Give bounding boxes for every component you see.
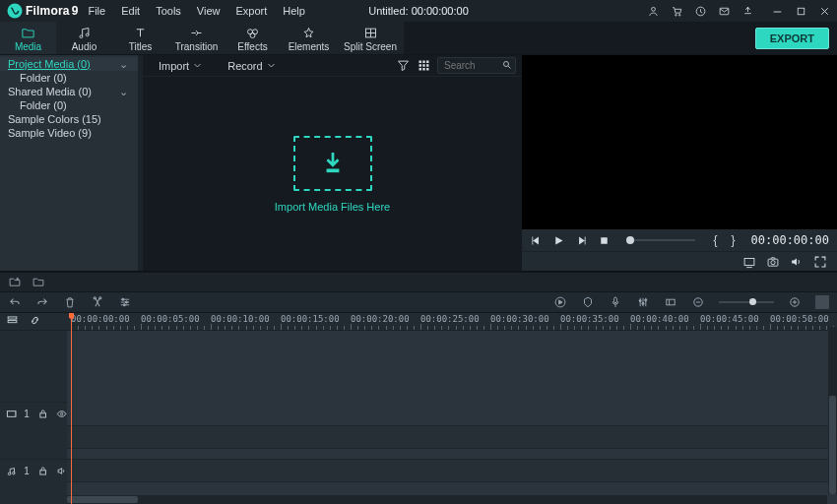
timeline-body[interactable]: 00:00:00:0000:00:05:0000:00:10:0000:00:1… [67,313,837,504]
tree-item[interactable]: Folder (0) [0,98,138,112]
menu-export[interactable]: Export [233,3,269,19]
tree-sample-video[interactable]: Sample Video (9) [0,126,138,140]
app-logo: Filmora9 [6,2,78,20]
tree-project-media[interactable]: Project Media (0)⌄ [0,57,138,71]
crop-icon[interactable] [664,295,677,309]
tab-elements[interactable]: Elements [281,22,337,54]
chevron-down-icon[interactable]: ⌄ [119,86,128,98]
tab-titles[interactable]: Titles [112,22,168,54]
lock-icon[interactable] [37,408,48,420]
marker-icon[interactable] [581,295,595,309]
timeline-v-scrollbar[interactable] [828,327,837,494]
video-track[interactable] [67,425,837,449]
record-dropdown[interactable]: Record [218,58,285,74]
mark-out-button[interactable]: } [730,233,738,247]
tab-split-screen[interactable]: Split Screen [337,22,404,54]
notifications-icon[interactable] [693,4,707,18]
svg-point-22 [504,62,509,67]
tree-shared-media[interactable]: Shared Media (0)⌄ [0,85,138,98]
mark-in-button[interactable]: { [711,233,719,247]
step-forward-button[interactable] [575,234,588,247]
manage-tracks-icon[interactable] [6,314,19,329]
import-dropdown[interactable]: Import [149,58,212,74]
grid-view-icon[interactable] [417,58,431,73]
volume-icon[interactable] [790,255,804,269]
voiceover-icon[interactable] [609,295,622,309]
step-back-button[interactable] [530,234,543,247]
mute-icon[interactable] [56,465,67,477]
svg-point-7 [80,34,83,37]
split-button[interactable] [91,295,104,309]
edit-options-icon[interactable] [118,295,132,309]
maximize-icon[interactable] [794,4,807,18]
panel-collapse-handle[interactable]: ◂ [136,149,138,178]
timeline-ruler[interactable]: 00:00:00:0000:00:05:0000:00:10:0000:00:1… [67,313,837,331]
undo-button[interactable] [8,295,22,309]
menu-edit[interactable]: Edit [119,3,142,19]
zoom-out-icon[interactable] [691,295,705,309]
tree-item[interactable]: Folder (0) [0,71,138,85]
svg-rect-16 [419,64,422,67]
close-icon[interactable] [817,4,831,18]
ruler-mark: 00:00:35:00 [560,314,619,324]
lock-icon[interactable] [37,465,48,477]
search-field[interactable] [437,57,516,74]
svg-rect-43 [7,411,16,417]
video-track-header[interactable]: 1 [0,402,67,425]
quality-icon[interactable] [742,255,756,269]
menu-tools[interactable]: Tools [154,3,183,19]
ruler-mark: 00:00:00:00 [71,314,130,324]
zoom-to-fit-button[interactable] [815,295,829,309]
account-icon[interactable] [646,4,660,18]
project-title: Untitled: 00:00:00:00 [368,5,469,17]
cart-icon[interactable] [670,4,683,18]
timeline-h-scrollbar[interactable] [67,495,827,504]
tab-transition[interactable]: Transition [168,22,225,54]
delete-button[interactable] [63,295,77,309]
svg-point-46 [8,472,11,475]
preview-scrubber[interactable] [626,239,695,241]
redo-button[interactable] [35,295,49,309]
logo-icon [6,2,24,20]
top-menu: File Edit Tools View Export Help [86,3,306,19]
update-icon[interactable] [740,4,754,18]
media-drop-area[interactable]: Import Media Files Here [143,77,522,271]
play-button[interactable] [552,234,565,247]
tree-sample-colors[interactable]: Sample Colors (15) [0,112,138,126]
svg-point-27 [771,260,775,264]
svg-point-1 [651,7,655,11]
snapshot-icon[interactable] [766,255,780,269]
zoom-slider[interactable] [719,301,774,303]
fullscreen-icon[interactable] [813,255,827,269]
svg-point-47 [13,472,16,474]
tab-media[interactable]: Media [0,22,56,54]
mixer-icon[interactable] [636,295,650,309]
visibility-icon[interactable] [56,408,67,420]
tab-audio[interactable]: Audio [56,22,112,54]
stop-button[interactable] [598,234,611,247]
tab-effects[interactable]: Effects [225,22,281,54]
link-icon[interactable] [29,314,41,329]
menu-view[interactable]: View [195,3,223,19]
preview-timecode: 00:00:00:00 [747,233,829,247]
menu-help[interactable]: Help [281,3,307,19]
render-preview-icon[interactable] [553,295,567,309]
audio-track-header[interactable]: 1 [0,459,67,482]
svg-point-32 [123,304,125,306]
ruler-mark: 00:00:50:00 [770,314,829,324]
open-folder-icon[interactable] [32,275,45,290]
playhead[interactable] [71,313,72,504]
messages-icon[interactable] [717,4,731,18]
svg-rect-44 [40,413,46,417]
filter-icon[interactable] [396,58,411,73]
transition-icon [189,26,204,40]
menu-file[interactable]: File [86,3,107,19]
search-icon [501,59,513,71]
audio-track[interactable] [67,459,837,482]
minimize-icon[interactable] [770,4,784,18]
new-folder-icon[interactable] [8,275,22,290]
chevron-down-icon[interactable]: ⌄ [119,58,128,71]
folder-icon [21,26,35,40]
zoom-in-icon[interactable] [788,295,802,309]
export-button[interactable]: EXPORT [755,28,829,49]
